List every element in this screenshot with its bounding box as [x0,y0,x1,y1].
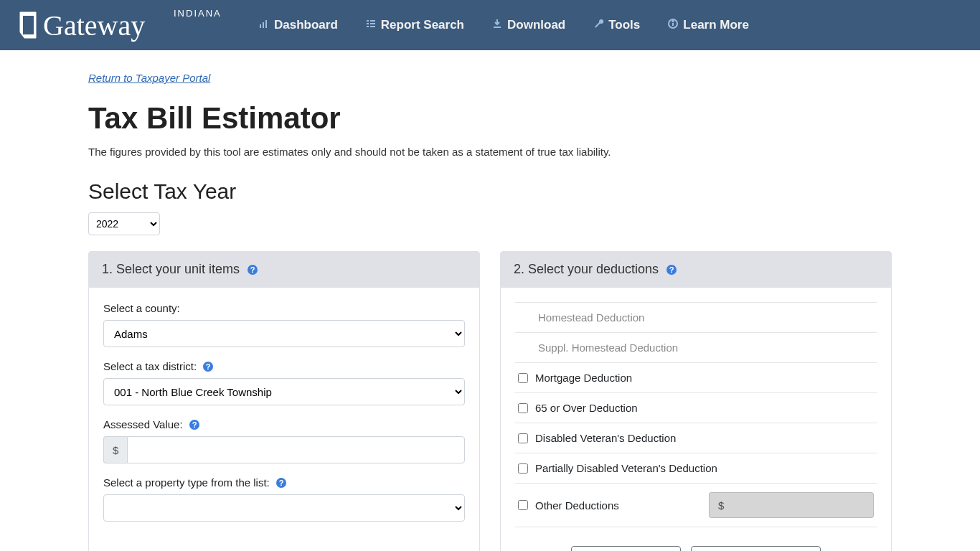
svg-text:INDIANA: INDIANA [174,8,222,19]
nav-download-label: Download [507,18,565,32]
panels-row: 1. Select your unit items ? Select a cou… [88,251,892,551]
partial-vet-checkbox[interactable] [518,463,528,474]
svg-text:?: ? [278,479,283,487]
nav-dashboard-label: Dashboard [274,18,338,32]
panel1-title: 1. Select your unit items [102,262,240,277]
panel-deductions: 2. Select your deductions ? Homestead De… [500,251,892,551]
svg-point-15 [672,20,674,22]
deduction-list: Homestead Deduction Suppl. Homestead Ded… [515,302,877,527]
button-row: Estimate This Bill Clear All Input Value… [515,546,877,551]
deduction-other: Other Deductions $ [515,484,877,527]
help-icon[interactable]: ? [666,264,677,276]
nav-learn-more-label: Learn More [683,18,749,32]
main-container: Return to Taxpayer Portal Tax Bill Estim… [74,50,906,551]
nav-learn-more[interactable]: Learn More [667,18,749,33]
return-link[interactable]: Return to Taxpayer Portal [88,72,210,84]
nav-dashboard[interactable]: Dashboard [258,18,338,33]
svg-rect-7 [367,23,369,24]
district-select[interactable]: 001 - North Blue Creek Township [103,378,465,405]
district-label: Select a tax district: [103,360,197,372]
help-icon[interactable]: ? [275,477,287,489]
assessed-value-input[interactable] [127,436,465,463]
info-icon [667,18,679,33]
help-icon[interactable]: ? [189,419,200,430]
panel-unit-items: 1. Select your unit items ? Select a cou… [88,251,480,551]
over65-checkbox[interactable] [518,403,528,413]
other-checkbox[interactable] [518,500,528,510]
help-icon[interactable]: ? [247,264,258,276]
nav-download[interactable]: Download [491,18,565,33]
deduction-over65: 65 or Over Deduction [515,393,877,423]
svg-text:?: ? [669,265,674,274]
nav-tools[interactable]: Tools [593,18,640,33]
select-year-heading: Select Tax Year [88,179,892,204]
svg-text:?: ? [206,362,211,371]
svg-rect-0 [23,16,34,34]
county-label: Select a county: [103,302,465,314]
deduction-partial-vet: Partially Disabled Veteran's Deduction [515,453,877,484]
wrench-icon [593,18,604,33]
svg-rect-4 [263,22,264,28]
deduction-homestead: Homestead Deduction [515,302,877,333]
deduction-mortgage: Mortgage Deduction [515,363,877,393]
nav-report-search[interactable]: Report Search [365,18,464,33]
estimate-button[interactable]: Estimate This Bill [571,546,681,551]
svg-rect-5 [265,20,267,28]
svg-rect-12 [494,27,501,28]
clear-button[interactable]: Clear All Input Values [691,546,820,551]
disclaimer: The figures provided by this tool are es… [88,146,892,158]
svg-rect-9 [370,20,375,22]
svg-rect-3 [260,24,261,28]
bars-icon [258,18,270,33]
logo[interactable]: Gateway INDIANA [14,6,230,44]
list-icon [365,18,377,33]
mortgage-checkbox[interactable] [518,373,528,383]
nav-report-search-label: Report Search [381,18,464,32]
nav-tools-label: Tools [608,18,640,32]
help-icon[interactable]: ? [202,361,214,372]
svg-rect-11 [370,26,375,27]
navbar: Gateway INDIANA Dashboard Report Search … [0,0,980,50]
panel2-title: 2. Select your deductions [514,262,659,277]
deduction-disabled-vet: Disabled Veteran's Deduction [515,423,877,453]
nav-links: Dashboard Report Search Download Tools L… [258,18,749,33]
property-type-select[interactable] [103,494,465,522]
download-icon [491,18,503,33]
panel2-header: 2. Select your deductions ? [501,252,891,288]
currency-prefix: $ [709,492,732,518]
year-select[interactable]: 2022 [88,212,160,235]
svg-text:?: ? [192,420,197,429]
other-amount-input[interactable] [732,492,874,518]
svg-rect-8 [367,26,369,27]
svg-rect-6 [367,20,369,22]
assessed-label: Assessed Value: [103,418,183,430]
property-label: Select a property type from the list: [103,476,270,489]
svg-text:Gateway: Gateway [43,9,145,42]
currency-prefix: $ [103,436,127,463]
disabled-vet-checkbox[interactable] [518,433,528,443]
svg-rect-10 [370,23,375,24]
page-title: Tax Bill Estimator [88,101,892,136]
panel1-header: 1. Select your unit items ? [89,252,479,288]
deduction-suppl-homestead: Suppl. Homestead Deduction [515,333,877,363]
county-select[interactable]: Adams [103,320,465,347]
svg-text:?: ? [250,265,255,274]
